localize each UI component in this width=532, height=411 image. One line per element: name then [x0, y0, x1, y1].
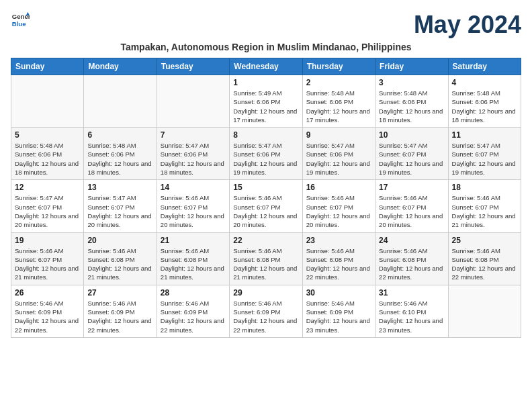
calendar-cell: 30Sunrise: 5:46 AMSunset: 6:09 PMDayligh… [302, 285, 375, 337]
day-number: 28 [161, 288, 226, 298]
calendar-cell: 1Sunrise: 5:49 AMSunset: 6:06 PMDaylight… [230, 75, 302, 128]
day-info: Sunrise: 5:46 AMSunset: 6:10 PMDaylight:… [379, 299, 444, 334]
calendar-cell [84, 75, 157, 128]
day-info: Sunrise: 5:46 AMSunset: 6:09 PMDaylight:… [306, 299, 371, 334]
day-info: Sunrise: 5:47 AMSunset: 6:07 PMDaylight:… [15, 193, 80, 229]
day-info: Sunrise: 5:47 AMSunset: 6:07 PMDaylight:… [379, 141, 444, 177]
day-number: 12 [15, 183, 80, 192]
day-info: Sunrise: 5:47 AMSunset: 6:06 PMDaylight:… [233, 141, 298, 177]
day-number: 27 [87, 288, 152, 298]
calendar-cell: 3Sunrise: 5:48 AMSunset: 6:06 PMDaylight… [375, 75, 448, 128]
calendar-cell: 18Sunrise: 5:46 AMSunset: 6:07 PMDayligh… [448, 180, 521, 232]
day-info: Sunrise: 5:46 AMSunset: 6:07 PMDaylight:… [161, 193, 226, 229]
day-number: 23 [306, 236, 371, 245]
day-info: Sunrise: 5:48 AMSunset: 6:06 PMDaylight:… [379, 89, 444, 124]
calendar-cell: 11Sunrise: 5:47 AMSunset: 6:07 PMDayligh… [448, 128, 521, 180]
day-number: 20 [87, 236, 152, 245]
day-info: Sunrise: 5:47 AMSunset: 6:07 PMDaylight:… [452, 141, 517, 177]
day-header-monday: Monday [84, 58, 157, 75]
day-info: Sunrise: 5:48 AMSunset: 6:06 PMDaylight:… [452, 89, 517, 124]
day-number: 4 [452, 78, 517, 87]
day-info: Sunrise: 5:47 AMSunset: 6:06 PMDaylight:… [161, 141, 226, 177]
day-number: 1 [233, 78, 298, 87]
calendar-week-1: 1Sunrise: 5:49 AMSunset: 6:06 PMDaylight… [11, 75, 521, 128]
calendar-cell: 23Sunrise: 5:46 AMSunset: 6:08 PMDayligh… [302, 232, 375, 285]
day-info: Sunrise: 5:46 AMSunset: 6:09 PMDaylight:… [15, 299, 80, 334]
calendar-cell: 13Sunrise: 5:47 AMSunset: 6:07 PMDayligh… [84, 180, 157, 232]
calendar-cell: 5Sunrise: 5:48 AMSunset: 6:06 PMDaylight… [11, 128, 84, 180]
calendar-cell: 12Sunrise: 5:47 AMSunset: 6:07 PMDayligh… [11, 180, 84, 232]
day-number: 5 [15, 130, 80, 140]
calendar-cell: 9Sunrise: 5:47 AMSunset: 6:06 PMDaylight… [302, 128, 375, 180]
page-header: General Blue May 2024 [11, 11, 521, 39]
calendar-cell: 21Sunrise: 5:46 AMSunset: 6:08 PMDayligh… [157, 232, 229, 285]
calendar-cell: 22Sunrise: 5:46 AMSunset: 6:08 PMDayligh… [230, 232, 302, 285]
calendar-cell [11, 75, 84, 128]
day-number: 15 [233, 183, 298, 192]
calendar-cell: 25Sunrise: 5:46 AMSunset: 6:08 PMDayligh… [448, 232, 521, 285]
day-number: 31 [379, 288, 444, 298]
day-info: Sunrise: 5:46 AMSunset: 6:08 PMDaylight:… [452, 246, 517, 282]
day-number: 29 [233, 288, 298, 298]
day-info: Sunrise: 5:48 AMSunset: 6:06 PMDaylight:… [87, 141, 152, 177]
day-number: 21 [161, 236, 226, 245]
calendar-cell: 14Sunrise: 5:46 AMSunset: 6:07 PMDayligh… [157, 180, 229, 232]
day-header-wednesday: Wednesday [230, 58, 302, 75]
calendar-cell: 6Sunrise: 5:48 AMSunset: 6:06 PMDaylight… [84, 128, 157, 180]
day-number: 10 [379, 130, 444, 140]
day-header-saturday: Saturday [448, 58, 521, 75]
day-info: Sunrise: 5:46 AMSunset: 6:07 PMDaylight:… [452, 193, 517, 229]
day-info: Sunrise: 5:47 AMSunset: 6:07 PMDaylight:… [87, 193, 152, 229]
calendar-cell: 17Sunrise: 5:46 AMSunset: 6:07 PMDayligh… [375, 180, 448, 232]
day-number: 2 [306, 78, 371, 87]
day-info: Sunrise: 5:48 AMSunset: 6:06 PMDaylight:… [306, 89, 371, 124]
month-title: May 2024 [414, 11, 521, 39]
calendar-cell: 19Sunrise: 5:46 AMSunset: 6:07 PMDayligh… [11, 232, 84, 285]
day-number: 8 [233, 130, 298, 140]
day-info: Sunrise: 5:48 AMSunset: 6:06 PMDaylight:… [15, 141, 80, 177]
day-number: 18 [452, 183, 517, 192]
calendar-cell: 31Sunrise: 5:46 AMSunset: 6:10 PMDayligh… [375, 285, 448, 337]
day-header-friday: Friday [375, 58, 448, 75]
day-info: Sunrise: 5:46 AMSunset: 6:09 PMDaylight:… [87, 299, 152, 334]
day-number: 9 [306, 130, 371, 140]
day-number: 13 [87, 183, 152, 192]
day-number: 6 [87, 130, 152, 140]
day-number: 19 [15, 236, 80, 245]
day-number: 14 [161, 183, 226, 192]
day-info: Sunrise: 5:46 AMSunset: 6:08 PMDaylight:… [306, 246, 371, 282]
calendar-cell: 2Sunrise: 5:48 AMSunset: 6:06 PMDaylight… [302, 75, 375, 128]
calendar-body: 1Sunrise: 5:49 AMSunset: 6:06 PMDaylight… [11, 75, 521, 338]
calendar-cell: 10Sunrise: 5:47 AMSunset: 6:07 PMDayligh… [375, 128, 448, 180]
calendar-week-3: 12Sunrise: 5:47 AMSunset: 6:07 PMDayligh… [11, 180, 521, 232]
day-header-tuesday: Tuesday [157, 58, 229, 75]
calendar-cell: 28Sunrise: 5:46 AMSunset: 6:09 PMDayligh… [157, 285, 229, 337]
day-info: Sunrise: 5:46 AMSunset: 6:09 PMDaylight:… [233, 299, 298, 334]
day-info: Sunrise: 5:46 AMSunset: 6:07 PMDaylight:… [306, 193, 371, 229]
day-number: 17 [379, 183, 444, 192]
day-info: Sunrise: 5:46 AMSunset: 6:08 PMDaylight:… [161, 246, 226, 282]
calendar-cell: 27Sunrise: 5:46 AMSunset: 6:09 PMDayligh… [84, 285, 157, 337]
day-header-sunday: Sunday [11, 58, 84, 75]
calendar-week-2: 5Sunrise: 5:48 AMSunset: 6:06 PMDaylight… [11, 128, 521, 180]
day-info: Sunrise: 5:46 AMSunset: 6:08 PMDaylight:… [87, 246, 152, 282]
logo: General Blue [11, 11, 30, 30]
calendar-subtitle: Tampakan, Autonomous Region in Muslim Mi… [11, 42, 521, 52]
day-number: 26 [15, 288, 80, 298]
calendar-week-4: 19Sunrise: 5:46 AMSunset: 6:07 PMDayligh… [11, 232, 521, 285]
day-number: 16 [306, 183, 371, 192]
day-number: 30 [306, 288, 371, 298]
logo-icon: General Blue [11, 11, 30, 30]
calendar-cell: 7Sunrise: 5:47 AMSunset: 6:06 PMDaylight… [157, 128, 229, 180]
day-info: Sunrise: 5:46 AMSunset: 6:07 PMDaylight:… [379, 193, 444, 229]
day-info: Sunrise: 5:46 AMSunset: 6:09 PMDaylight:… [161, 299, 226, 334]
day-info: Sunrise: 5:49 AMSunset: 6:06 PMDaylight:… [233, 89, 298, 124]
calendar-cell: 20Sunrise: 5:46 AMSunset: 6:08 PMDayligh… [84, 232, 157, 285]
calendar-table: SundayMondayTuesdayWednesdayThursdayFrid… [11, 58, 521, 338]
day-number: 22 [233, 236, 298, 245]
calendar-header-row: SundayMondayTuesdayWednesdayThursdayFrid… [11, 58, 521, 75]
calendar-week-5: 26Sunrise: 5:46 AMSunset: 6:09 PMDayligh… [11, 285, 521, 337]
day-info: Sunrise: 5:47 AMSunset: 6:06 PMDaylight:… [306, 141, 371, 177]
calendar-cell: 29Sunrise: 5:46 AMSunset: 6:09 PMDayligh… [230, 285, 302, 337]
calendar-cell: 15Sunrise: 5:46 AMSunset: 6:07 PMDayligh… [230, 180, 302, 232]
